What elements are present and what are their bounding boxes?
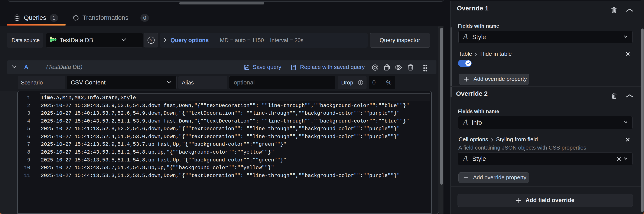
svg-text:?: ? — [150, 38, 152, 43]
